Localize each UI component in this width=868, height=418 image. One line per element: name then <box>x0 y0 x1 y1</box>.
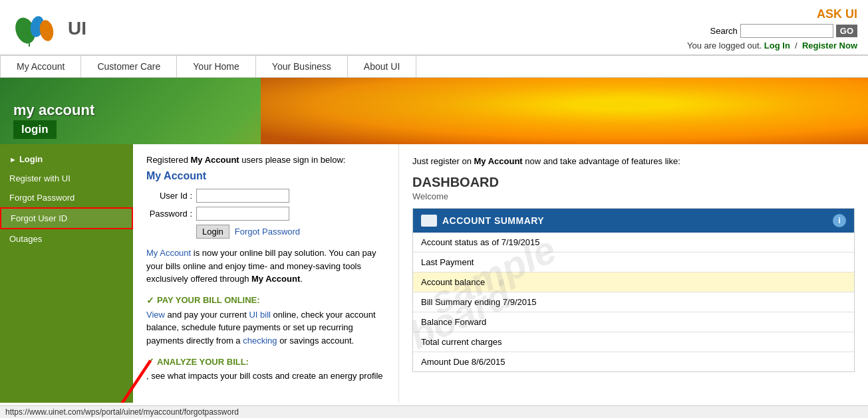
my-account-link1[interactable]: My Account <box>146 248 191 258</box>
feature-analyze-bill-desc: , see what impacts your bill costs and c… <box>146 369 385 383</box>
account-summary-box: ACCOUNT SUMMARY i sample board Account s… <box>412 208 855 372</box>
sidebar-item-login-label: Login <box>19 154 43 164</box>
feature-pay-bill-title: ✓ PAY YOUR BILL ONLINE: <box>146 295 385 306</box>
dashboard-intro: Just register on My Account now and take… <box>412 155 855 168</box>
feature-pay-bill-desc: View and pay your current UI bill online… <box>146 308 385 348</box>
checkmark-icon: ✓ <box>146 295 154 306</box>
sidebar-item-register[interactable]: Register with UI <box>0 169 133 188</box>
user-id-label: User Id : <box>146 191 196 201</box>
user-id-input[interactable] <box>196 189 289 203</box>
nav-item-my-account[interactable]: My Account <box>0 56 81 77</box>
info-icon[interactable]: i <box>833 214 846 227</box>
form-actions: Login Forgot Password <box>196 225 385 239</box>
sidebar-item-login[interactable]: ► Login <box>0 150 133 169</box>
login-status: You are logged out. Log In / Register No… <box>687 41 857 51</box>
login-link[interactable]: Log In <box>764 41 790 51</box>
view-link[interactable]: View <box>146 310 165 320</box>
password-input[interactable] <box>196 207 289 221</box>
main-content: ► Login Register with UI Forgot Password… <box>0 144 868 403</box>
logo-svg <box>11 5 64 52</box>
sidebar-item-forgot-password[interactable]: Forgot Password <box>0 188 133 207</box>
hero-banner: my account login <box>0 78 868 144</box>
nav-item-customer-care[interactable]: Customer Care <box>81 56 177 77</box>
account-summary-header: ACCOUNT SUMMARY i <box>413 209 854 233</box>
header: UI ASK UI Search GO You are logged out. … <box>0 0 868 55</box>
content-area: Registered My Account users please sign … <box>133 144 868 403</box>
ask-ui-label: ASK UI <box>687 7 857 21</box>
feature-pay-bill: ✓ PAY YOUR BILL ONLINE: View and pay you… <box>146 295 385 348</box>
login-intro: Registered My Account users please sign … <box>146 155 385 165</box>
hero-subtitle: login <box>13 120 57 139</box>
nav-item-your-business[interactable]: Your Business <box>256 56 348 77</box>
search-label: Search <box>710 26 738 36</box>
login-panel: Registered My Account users please sign … <box>133 144 399 403</box>
summary-status-row: Account status as of 7/19/2015 <box>413 233 854 253</box>
account-summary-title: ACCOUNT SUMMARY <box>421 215 544 227</box>
summary-balance-forward-row: Balance Forward <box>413 312 854 332</box>
ui-link[interactable]: UI <box>249 310 257 320</box>
summary-bill-summary-row: Bill Summary ending 7/9/2015 <box>413 292 854 312</box>
dashboard-title: DASHBOARD <box>412 175 855 190</box>
hero-flower <box>261 78 869 144</box>
summary-total-charges-row: Total current charges <box>413 332 854 352</box>
checking-link[interactable]: checking <box>243 336 277 346</box>
nav-item-your-home[interactable]: Your Home <box>177 56 256 77</box>
logged-out-text: You are logged out. <box>687 41 762 51</box>
bill-link[interactable]: bill <box>260 310 271 320</box>
summary-amount-due-row: Amount Due 8/6/2015 <box>413 352 854 371</box>
password-label: Password : <box>146 209 196 219</box>
hero-title: my account <box>13 102 94 119</box>
sidebar: ► Login Register with UI Forgot Password… <box>0 144 133 403</box>
checkmark-icon2: ✓ <box>146 356 154 367</box>
sidebar-item-outages-label: Outages <box>9 234 42 244</box>
nav-item-about-ui[interactable]: About UI <box>348 56 416 77</box>
logo-area: UI <box>11 5 86 52</box>
register-link[interactable]: Register Now <box>802 41 857 51</box>
summary-last-payment-row: Last Payment <box>413 253 854 272</box>
forgot-password-link[interactable]: Forgot Password <box>235 227 300 237</box>
nav-bar: My Account Customer Care Your Home Your … <box>0 55 868 78</box>
go-button[interactable]: GO <box>836 25 857 37</box>
feature-analyze-bill-title: ✓ ANALYZE YOUR BILL: <box>146 356 385 367</box>
logo-text: UI <box>68 18 86 39</box>
login-button[interactable]: Login <box>196 225 229 239</box>
sidebar-item-forgot-user-id[interactable]: Forgot User ID <box>0 207 133 229</box>
sidebar-item-forgot-user-id-label: Forgot User ID <box>11 213 67 223</box>
summary-account-balance-row: Account balance <box>413 272 854 292</box>
separator: / <box>792 41 801 51</box>
search-input[interactable] <box>740 24 833 38</box>
user-id-row: User Id : <box>146 189 385 203</box>
my-account-form-title: My Account <box>146 170 385 182</box>
hero-text: my account login <box>0 95 108 144</box>
account-summary-body: sample board Account status as of 7/19/2… <box>413 233 854 371</box>
sidebar-item-forgot-password-label: Forgot Password <box>9 193 74 203</box>
password-row: Password : <box>146 207 385 221</box>
summary-card-icon <box>421 215 437 227</box>
sidebar-item-register-label: Register with UI <box>9 173 71 183</box>
arrow-icon: ► <box>9 156 17 163</box>
sidebar-item-outages[interactable]: Outages <box>0 229 133 249</box>
dashboard-welcome: Welcome <box>412 191 855 201</box>
dashboard-panel: Just register on My Account now and take… <box>399 144 868 403</box>
search-row: Search GO <box>687 24 857 38</box>
account-description: My Account is now your online bill pay s… <box>146 247 385 286</box>
header-right: ASK UI Search GO You are logged out. Log… <box>687 7 857 51</box>
feature-analyze-bill: ✓ ANALYZE YOUR BILL: , see what impacts … <box>146 356 385 383</box>
